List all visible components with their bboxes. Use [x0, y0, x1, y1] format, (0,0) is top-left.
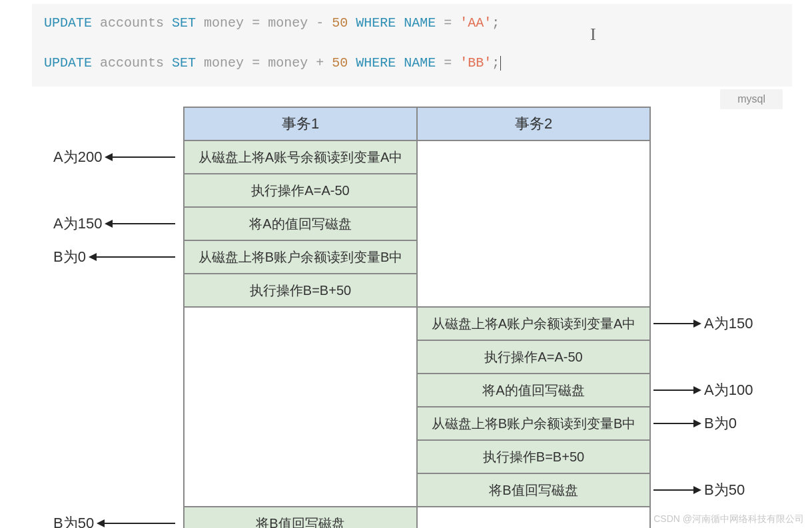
table-row: 将B值回写磁盘	[184, 507, 650, 528]
tx2-step: 将B值回写磁盘	[417, 473, 650, 507]
empty-cell	[184, 307, 417, 507]
annotation-text: A为150	[53, 214, 102, 234]
tx2-step: 执行操作B=B+50	[417, 440, 650, 473]
arrow-left-icon	[98, 523, 175, 524]
tx2-step: 从磁盘上将B账户余额读到变量B中	[417, 407, 650, 440]
tx1-step: 将A的值回写磁盘	[184, 207, 417, 240]
annotation-right: A为100	[653, 380, 753, 400]
arrow-right-icon	[653, 323, 700, 324]
annotation-right: B为50	[653, 480, 745, 500]
arrow-right-icon	[653, 390, 700, 391]
annotation-right: B为0	[653, 413, 737, 433]
col-header-tx1: 事务1	[184, 107, 417, 140]
table-row: 从磁盘上将A账号余额读到变量A中	[184, 140, 650, 174]
arrow-right-icon	[653, 423, 700, 424]
transaction-table: 事务1 事务2 从磁盘上将A账号余额读到变量A中执行操作A=A-50将A的值回写…	[183, 107, 651, 528]
tx2-step: 执行操作A=A-50	[417, 340, 650, 374]
arrow-right-icon	[653, 489, 700, 491]
annotation-text: B为0	[704, 413, 737, 433]
annotation-right: A为150	[653, 314, 753, 334]
tx1-step: 将B值回写磁盘	[184, 507, 417, 528]
tx2-step: 将A的值回写磁盘	[417, 374, 650, 407]
annotation-text: A为150	[704, 314, 753, 334]
annotation-text: A为100	[704, 380, 753, 400]
arrow-left-icon	[106, 223, 175, 224]
tx1-step: 执行操作B=B+50	[184, 274, 417, 307]
sql-code-block: UPDATE accounts SET money = money - 50 W…	[32, 4, 792, 87]
annotation-left: B为0	[53, 247, 175, 267]
annotation-left: B为50	[53, 513, 175, 528]
empty-cell	[417, 507, 650, 528]
arrow-left-icon	[106, 156, 175, 158]
tx2-step: 从磁盘上将A账户余额读到变量A中	[417, 307, 650, 340]
tx1-step: 从磁盘上将B账户余额读到变量B中	[184, 240, 417, 274]
empty-cell	[417, 140, 650, 307]
annotation-text: B为50	[704, 480, 745, 500]
tx1-step: 从磁盘上将A账号余额读到变量A中	[184, 140, 417, 174]
table-row: 从磁盘上将A账户余额读到变量A中	[184, 307, 650, 340]
col-header-tx2: 事务2	[417, 107, 650, 140]
annotation-text: B为50	[53, 513, 94, 528]
kw-update: UPDATE	[44, 15, 92, 31]
tx1-step: 执行操作A=A-50	[184, 174, 417, 207]
transaction-diagram: 事务1 事务2 从磁盘上将A账号余额读到变量A中执行操作A=A-50将A的值回写…	[0, 107, 812, 519]
annotation-left: A为200	[53, 147, 175, 167]
annotation-text: A为200	[53, 147, 102, 167]
annotation-left: A为150	[53, 214, 175, 234]
text-caret-icon	[500, 56, 501, 71]
arrow-left-icon	[90, 256, 175, 258]
watermark: CSDN @河南循中网络科技有限公司	[653, 513, 804, 525]
annotation-text: B为0	[53, 247, 86, 267]
text-cursor-icon: I	[590, 21, 596, 47]
